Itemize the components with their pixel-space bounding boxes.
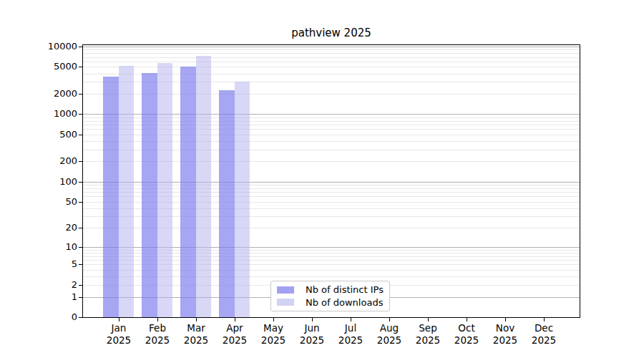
y-tick-label: 20 xyxy=(20,222,77,233)
gridline xyxy=(83,47,580,47)
x-tick-label-nov: Nov2025 xyxy=(485,322,525,347)
bar-distinct-ips-jan xyxy=(103,77,119,317)
bar-downloads-feb xyxy=(157,63,173,317)
x-tick-label-jun: Jun2025 xyxy=(292,322,332,347)
legend-row-distinct-ips: Nb of distinct IPs xyxy=(275,284,385,295)
gridline xyxy=(83,49,580,50)
x-tick-label-dec: Dec2025 xyxy=(524,322,564,347)
y-tick-mark xyxy=(79,135,82,135)
x-tick-label-may: May2025 xyxy=(253,322,293,347)
x-tick-mark xyxy=(312,318,313,321)
bar-distinct-ips-apr xyxy=(219,90,235,317)
x-tick-mark xyxy=(544,318,545,321)
x-tick-mark xyxy=(119,318,119,321)
plot-area xyxy=(82,44,580,318)
x-tick-mark xyxy=(196,318,197,321)
y-tick-label: 500 xyxy=(20,129,77,140)
bar-downloads-jan xyxy=(119,66,135,317)
y-tick-label: 100 xyxy=(20,176,77,188)
y-tick-label: 10 xyxy=(20,241,77,253)
y-tick-label: 50 xyxy=(20,196,77,208)
y-tick-mark xyxy=(79,317,82,318)
y-tick-mark xyxy=(79,114,82,115)
x-tick-mark xyxy=(467,318,467,321)
x-tick-label-sep: Sep2025 xyxy=(408,322,448,347)
y-tick-label: 5 xyxy=(20,258,77,270)
x-tick-mark xyxy=(273,318,274,321)
legend-swatch-downloads xyxy=(277,299,294,306)
y-tick-mark xyxy=(79,228,82,228)
y-tick-mark xyxy=(79,297,82,298)
y-tick-mark xyxy=(79,182,82,183)
y-tick-mark xyxy=(79,202,82,203)
x-tick-label-apr: Apr2025 xyxy=(215,322,255,347)
x-tick-mark xyxy=(505,318,506,321)
y-tick-label: 0 xyxy=(20,311,77,323)
legend-label-distinct-ips: Nb of distinct IPs xyxy=(306,284,384,295)
gridline xyxy=(83,62,580,62)
legend-row-downloads: Nb of downloads xyxy=(275,297,385,308)
bar-downloads-apr xyxy=(235,82,250,317)
x-tick-label-jul: Jul2025 xyxy=(331,322,371,347)
x-tick-mark xyxy=(428,318,429,321)
x-tick-label-oct: Oct2025 xyxy=(447,322,487,347)
chart-title: pathview 2025 xyxy=(82,26,580,39)
x-tick-mark xyxy=(157,318,158,321)
x-tick-label-aug: Aug2025 xyxy=(369,322,409,347)
x-tick-label-jan: Jan2025 xyxy=(99,322,139,347)
y-tick-label: 1000 xyxy=(20,108,77,120)
y-tick-label: 200 xyxy=(20,155,77,167)
legend-label-downloads: Nb of downloads xyxy=(306,297,383,308)
y-tick-label: 5000 xyxy=(20,61,77,72)
y-tick-mark xyxy=(79,264,82,265)
x-tick-mark xyxy=(351,318,351,321)
x-tick-mark xyxy=(389,318,390,321)
y-tick-mark xyxy=(79,161,82,162)
figure: pathview 2025 10000500020001000500200100… xyxy=(0,0,644,358)
legend: Nb of distinct IPs Nb of downloads xyxy=(270,281,390,311)
y-tick-mark xyxy=(79,67,82,67)
x-tick-label-mar: Mar2025 xyxy=(176,322,216,347)
gridline xyxy=(83,53,580,54)
y-tick-label: 1 xyxy=(20,291,77,303)
y-tick-mark xyxy=(79,47,82,47)
y-tick-mark xyxy=(79,247,82,248)
x-tick-label-feb: Feb2025 xyxy=(137,322,177,347)
x-tick-mark xyxy=(235,318,235,321)
y-tick-mark xyxy=(79,94,82,95)
gridline xyxy=(83,57,580,58)
bar-distinct-ips-mar xyxy=(180,67,196,317)
y-tick-label: 2000 xyxy=(20,88,77,100)
bar-downloads-mar xyxy=(196,56,212,317)
y-tick-label: 2 xyxy=(20,279,77,291)
legend-swatch-distinct-ips xyxy=(277,286,294,294)
y-tick-mark xyxy=(79,285,82,286)
bar-distinct-ips-feb xyxy=(142,73,157,317)
y-tick-label: 10000 xyxy=(20,41,77,52)
